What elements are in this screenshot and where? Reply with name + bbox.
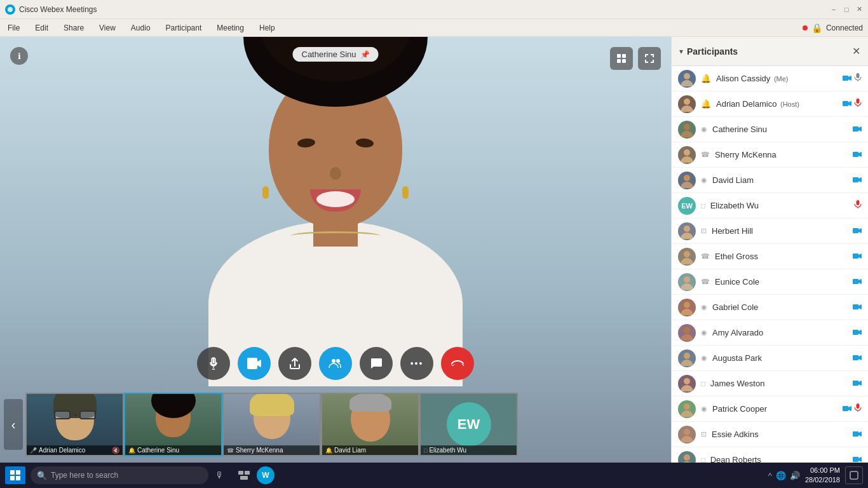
mic-status-catherine: ◉ xyxy=(701,125,707,133)
connection-dot xyxy=(803,25,808,30)
mute-button[interactable] xyxy=(197,347,230,380)
pin-icon[interactable]: 📌 xyxy=(360,50,370,59)
mic-status-eunice: ☎ xyxy=(701,278,710,286)
mouth xyxy=(310,189,361,212)
svg-rect-37 xyxy=(853,381,858,386)
svg-point-7 xyxy=(336,359,340,363)
participant-amy[interactable]: ◉ Amy Alvarado xyxy=(672,320,868,346)
participant-catherine[interactable]: ◉ Catherine Sinu xyxy=(672,117,868,142)
video-icon-catherine xyxy=(853,125,862,134)
panel-close-button[interactable]: ✕ xyxy=(852,45,860,57)
info-button[interactable]: ℹ xyxy=(10,47,28,65)
svg-rect-53 xyxy=(850,471,858,479)
windows-start-button[interactable] xyxy=(5,466,25,484)
notification-button[interactable] xyxy=(845,466,863,484)
thumbnail-catherine[interactable]: 🔔 Catherine Sinu xyxy=(124,393,222,456)
menu-file[interactable]: File xyxy=(5,22,22,34)
svg-rect-3 xyxy=(617,59,621,63)
svg-point-36 xyxy=(684,378,690,384)
svg-point-24 xyxy=(684,226,690,232)
participants-button[interactable] xyxy=(319,347,352,380)
share-button[interactable] xyxy=(278,347,311,380)
thumbnail-adrian[interactable]: 🎤 Adrian Delamico 🔇 xyxy=(25,393,124,456)
left-eye xyxy=(297,138,315,148)
fullscreen-button[interactable] xyxy=(638,47,661,70)
end-call-button[interactable] xyxy=(441,347,474,380)
icons-herbert xyxy=(853,226,862,236)
participant-eunice[interactable]: ☎ Eunice Cole xyxy=(672,269,868,295)
participant-gabriel[interactable]: ◉ Gabriel Cole xyxy=(672,295,868,320)
svg-rect-39 xyxy=(843,406,848,411)
video-icon-david xyxy=(853,175,862,185)
menu-meeting[interactable]: Meeting xyxy=(214,22,247,34)
participant-james[interactable]: □ James Weston xyxy=(672,371,868,396)
participant-augusta[interactable]: ◉ Augusta Park xyxy=(672,346,868,371)
participant-essie[interactable]: ⊡ Essie Adkins xyxy=(672,422,868,447)
svg-point-18 xyxy=(684,149,690,156)
chat-button[interactable] xyxy=(360,347,393,380)
main-layout: ℹ Catherine Sinu 📌 xyxy=(0,37,868,463)
svg-rect-33 xyxy=(853,330,858,335)
thumbnail-elizabeth[interactable]: EW □ Elizabeth Wu xyxy=(419,393,518,456)
avatar-david xyxy=(678,172,696,189)
face-4 xyxy=(345,396,396,453)
connection-status: 🔒 Connected xyxy=(803,23,863,33)
name-catherine: Catherine Sinu xyxy=(712,125,848,134)
thumb-label-2: 🔔 Catherine Sinu xyxy=(125,445,221,455)
participant-adrian[interactable]: 🔔 Adrian Delamico (Host) xyxy=(672,92,868,117)
svg-point-26 xyxy=(684,251,690,257)
participant-dean[interactable]: □ Dean Roberts xyxy=(672,447,868,463)
avatar-james xyxy=(678,375,696,393)
info-icon: ℹ xyxy=(18,51,21,61)
main-video: ℹ Catherine Sinu 📌 xyxy=(0,37,671,463)
maximize-button[interactable]: □ xyxy=(843,6,850,13)
taskbar-app-task-view[interactable] xyxy=(234,465,254,485)
volume-icon[interactable]: 🔊 xyxy=(790,471,800,480)
svg-rect-2 xyxy=(622,54,626,58)
thumbnail-prev-button[interactable]: ‹ xyxy=(4,399,23,450)
icons-catherine xyxy=(853,125,862,134)
menu-bar: File Edit Share View Audio Participant M… xyxy=(0,19,868,37)
menu-edit[interactable]: Edit xyxy=(32,22,51,34)
participant-ethel[interactable]: ☎ Ethel Gross xyxy=(672,244,868,269)
window-controls[interactable]: − □ ✕ xyxy=(830,6,863,13)
participant-sherry[interactable]: ☎ Sherry McKenna xyxy=(672,142,868,168)
participants-list: 🔔 Alison Cassidy (Me) 🔔 Adrian Dela xyxy=(672,66,868,463)
grid-view-button[interactable] xyxy=(610,47,633,70)
video-icon-herbert xyxy=(853,226,862,236)
svg-point-8 xyxy=(684,73,690,79)
participant-david[interactable]: ◉ David Liam xyxy=(672,168,868,193)
thumbnail-sherry[interactable]: ☎ Sherry McKenna xyxy=(222,393,321,456)
minimize-button[interactable]: − xyxy=(830,6,837,13)
panel-chevron-icon[interactable]: ▾ xyxy=(679,47,683,56)
taskbar-mic-button[interactable]: 🎙 xyxy=(211,466,229,484)
mic-status-herbert: ⊡ xyxy=(701,227,707,235)
menu-audio[interactable]: Audio xyxy=(128,22,153,34)
participant-elizabeth[interactable]: EW □ Elizabeth Wu xyxy=(672,193,868,219)
avatar-augusta xyxy=(678,349,696,367)
participant-patrick[interactable]: ◉ Patrick Cooper xyxy=(672,396,868,422)
thumb-label-5: □ Elizabeth Wu xyxy=(421,445,517,455)
menu-help[interactable]: Help xyxy=(257,22,278,34)
thumbnail-david[interactable]: 🔔 David Liam xyxy=(321,393,419,456)
menu-view[interactable]: View xyxy=(97,22,118,34)
mic-icon-patrick xyxy=(854,403,862,414)
avatar-dean xyxy=(678,451,696,463)
mic-status-adrian: 🔔 xyxy=(701,99,711,109)
icons-augusta xyxy=(853,353,862,363)
participant-alison[interactable]: 🔔 Alison Cassidy (Me) xyxy=(672,66,868,92)
network-icon[interactable]: 🌐 xyxy=(776,471,786,480)
close-button[interactable]: ✕ xyxy=(855,6,863,13)
taskbar-clock[interactable]: 06:00 PM 28/02/2018 xyxy=(805,466,840,485)
video-button[interactable] xyxy=(238,347,271,380)
menu-share[interactable]: Share xyxy=(61,22,86,34)
participant-herbert[interactable]: ⊡ Herbert Hill xyxy=(672,219,868,244)
chevron-up-icon[interactable]: ^ xyxy=(768,471,772,480)
name-ethel: Ethel Gross xyxy=(715,252,848,261)
more-button[interactable]: ••• xyxy=(400,347,433,380)
menu-participant[interactable]: Participant xyxy=(163,22,205,34)
speaker-name: Catherine Sinu xyxy=(302,50,356,59)
taskbar-search[interactable]: 🔍 Type here to search xyxy=(31,466,208,484)
thumb-mic-3: ☎ xyxy=(227,447,234,454)
taskbar-webex-app[interactable]: W xyxy=(255,465,276,485)
